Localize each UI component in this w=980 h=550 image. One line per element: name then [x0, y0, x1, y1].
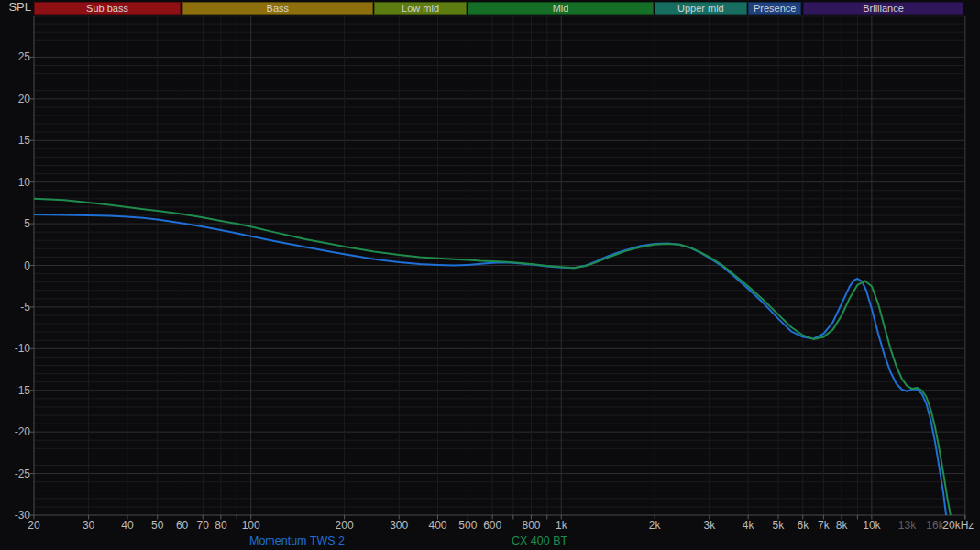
- frequency-response-chart: SPL Sub bassBassLow midMidUpper midPrese…: [0, 0, 980, 550]
- y-tick--30: -30: [0, 510, 30, 522]
- x-tick-8k: 8k: [836, 519, 848, 532]
- x-tick-4k: 4k: [743, 519, 754, 532]
- x-tick-100: 100: [242, 519, 260, 532]
- y-tick--15: -15: [0, 384, 30, 396]
- x-tick-200: 200: [336, 519, 354, 532]
- x-tick-5k: 5k: [773, 519, 785, 532]
- x-tick-300: 300: [390, 519, 408, 532]
- y-tick-15: 15: [0, 135, 30, 147]
- x-tick-10k: 10k: [863, 519, 880, 532]
- y-tick--10: -10: [0, 343, 30, 355]
- x-tick-30: 30: [83, 519, 94, 532]
- y-tick-0: 0: [0, 259, 30, 271]
- plot-area: [0, 0, 980, 550]
- y-tick--25: -25: [0, 468, 30, 479]
- y-tick-20: 20: [0, 93, 30, 104]
- x-tick-3k: 3k: [703, 519, 715, 532]
- x-tick-1k: 1k: [556, 519, 567, 532]
- x-tick-800: 800: [522, 519, 540, 532]
- legend-momentum-tws-2[interactable]: Momentum TWS 2: [249, 534, 345, 548]
- x-tick-80: 80: [215, 519, 226, 532]
- y-tick-10: 10: [0, 176, 30, 188]
- x-tick-50: 50: [151, 519, 163, 532]
- x-tick-7k: 7k: [818, 519, 830, 532]
- x-tick-13k: 13k: [898, 519, 916, 532]
- x-tick-20khz: 20kHz: [942, 519, 974, 532]
- x-tick-600: 600: [483, 519, 501, 532]
- x-tick-500: 500: [458, 519, 477, 532]
- x-tick-70: 70: [197, 519, 209, 532]
- x-tick-2k: 2k: [649, 519, 661, 532]
- y-tick-25: 25: [0, 51, 30, 63]
- x-tick-40: 40: [121, 519, 133, 532]
- y-tick--5: -5: [0, 301, 30, 313]
- axes: [30, 16, 965, 520]
- y-tick-5: 5: [0, 218, 30, 230]
- x-tick-6k: 6k: [797, 519, 809, 532]
- y-tick--20: -20: [0, 426, 30, 438]
- legend-cx-400-bt[interactable]: CX 400 BT: [512, 534, 567, 548]
- x-tick-16k: 16k: [926, 519, 943, 532]
- x-tick-400: 400: [428, 519, 446, 532]
- x-tick-60: 60: [176, 519, 188, 532]
- gridlines: [34, 16, 965, 515]
